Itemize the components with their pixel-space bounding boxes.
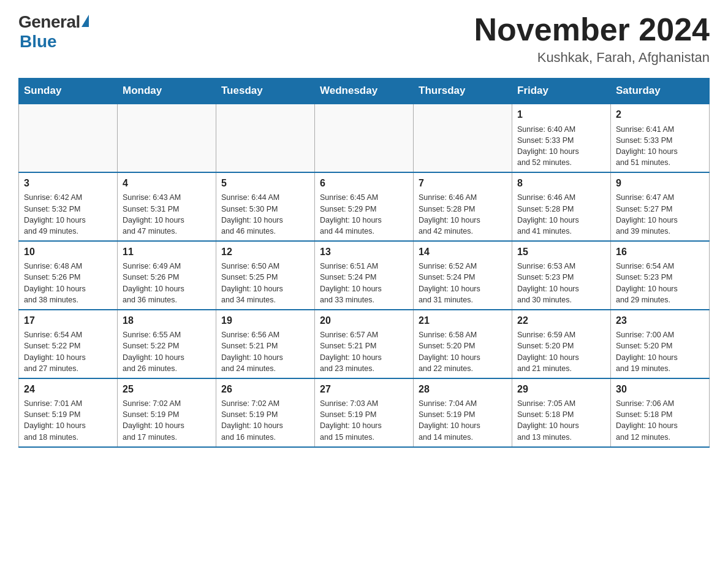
- calendar-cell: 25Sunrise: 7:02 AM Sunset: 5:19 PM Dayli…: [118, 378, 216, 447]
- day-info: Sunrise: 6:50 AM Sunset: 5:25 PM Dayligh…: [221, 261, 309, 305]
- calendar-cell: 17Sunrise: 6:54 AM Sunset: 5:22 PM Dayli…: [19, 310, 118, 378]
- calendar-header-thursday: Thursday: [414, 79, 512, 104]
- calendar-cell: 4Sunrise: 6:43 AM Sunset: 5:31 PM Daylig…: [118, 172, 216, 241]
- calendar-header-friday: Friday: [512, 79, 611, 104]
- month-title: November 2024: [474, 12, 710, 47]
- calendar-header-saturday: Saturday: [611, 79, 710, 104]
- calendar-header-monday: Monday: [118, 79, 216, 104]
- day-number: 2: [616, 108, 704, 121]
- day-number: 26: [221, 383, 309, 396]
- calendar-cell: 9Sunrise: 6:47 AM Sunset: 5:27 PM Daylig…: [611, 172, 710, 241]
- day-number: 16: [616, 245, 704, 259]
- day-info: Sunrise: 7:00 AM Sunset: 5:20 PM Dayligh…: [616, 329, 704, 374]
- calendar-header-tuesday: Tuesday: [216, 79, 315, 104]
- calendar-header-row: SundayMondayTuesdayWednesdayThursdayFrid…: [19, 79, 710, 104]
- logo: General Blue: [18, 12, 89, 52]
- day-number: 8: [517, 177, 605, 190]
- calendar-cell: 24Sunrise: 7:01 AM Sunset: 5:19 PM Dayli…: [19, 378, 118, 447]
- calendar: SundayMondayTuesdayWednesdayThursdayFrid…: [18, 78, 710, 447]
- day-number: 23: [616, 314, 704, 327]
- day-number: 1: [517, 108, 605, 121]
- calendar-cell: 30Sunrise: 7:06 AM Sunset: 5:18 PM Dayli…: [611, 378, 710, 447]
- calendar-cell: 22Sunrise: 6:59 AM Sunset: 5:20 PM Dayli…: [512, 310, 611, 378]
- calendar-cell: 5Sunrise: 6:44 AM Sunset: 5:30 PM Daylig…: [216, 172, 315, 241]
- calendar-cell: 10Sunrise: 6:48 AM Sunset: 5:26 PM Dayli…: [19, 241, 118, 310]
- header: General Blue November 2024 Kushkak, Fara…: [18, 12, 710, 66]
- logo-triangle-icon: [82, 15, 89, 27]
- day-number: 18: [123, 314, 211, 327]
- day-number: 5: [221, 177, 309, 190]
- day-info: Sunrise: 6:54 AM Sunset: 5:22 PM Dayligh…: [24, 329, 112, 374]
- calendar-cell: [19, 104, 118, 172]
- day-info: Sunrise: 7:06 AM Sunset: 5:18 PM Dayligh…: [616, 398, 704, 443]
- calendar-header-sunday: Sunday: [19, 79, 118, 104]
- day-number: 4: [123, 177, 211, 190]
- day-number: 21: [419, 314, 507, 327]
- logo-blue-text: Blue: [20, 32, 57, 52]
- calendar-cell: 8Sunrise: 6:46 AM Sunset: 5:28 PM Daylig…: [512, 172, 611, 241]
- day-number: 25: [123, 383, 211, 396]
- day-info: Sunrise: 6:46 AM Sunset: 5:28 PM Dayligh…: [419, 192, 507, 237]
- day-info: Sunrise: 7:04 AM Sunset: 5:19 PM Dayligh…: [419, 398, 507, 443]
- day-number: 9: [616, 177, 704, 190]
- day-info: Sunrise: 6:48 AM Sunset: 5:26 PM Dayligh…: [24, 261, 112, 305]
- day-info: Sunrise: 6:49 AM Sunset: 5:26 PM Dayligh…: [123, 261, 211, 305]
- calendar-cell: 12Sunrise: 6:50 AM Sunset: 5:25 PM Dayli…: [216, 241, 315, 310]
- day-info: Sunrise: 6:51 AM Sunset: 5:24 PM Dayligh…: [320, 261, 408, 305]
- day-info: Sunrise: 6:45 AM Sunset: 5:29 PM Dayligh…: [320, 192, 408, 237]
- calendar-cell: 26Sunrise: 7:02 AM Sunset: 5:19 PM Dayli…: [216, 378, 315, 447]
- day-info: Sunrise: 6:57 AM Sunset: 5:21 PM Dayligh…: [320, 329, 408, 374]
- day-info: Sunrise: 6:53 AM Sunset: 5:23 PM Dayligh…: [517, 261, 605, 305]
- calendar-cell: 15Sunrise: 6:53 AM Sunset: 5:23 PM Dayli…: [512, 241, 611, 310]
- day-info: Sunrise: 7:05 AM Sunset: 5:18 PM Dayligh…: [517, 398, 605, 443]
- day-info: Sunrise: 6:46 AM Sunset: 5:28 PM Dayligh…: [517, 192, 605, 237]
- day-number: 22: [517, 314, 605, 327]
- calendar-cell: 20Sunrise: 6:57 AM Sunset: 5:21 PM Dayli…: [315, 310, 414, 378]
- calendar-header-wednesday: Wednesday: [315, 79, 414, 104]
- calendar-cell: 16Sunrise: 6:54 AM Sunset: 5:23 PM Dayli…: [611, 241, 710, 310]
- day-info: Sunrise: 7:02 AM Sunset: 5:19 PM Dayligh…: [221, 398, 309, 443]
- calendar-week-row-3: 10Sunrise: 6:48 AM Sunset: 5:26 PM Dayli…: [19, 241, 710, 310]
- calendar-cell: 13Sunrise: 6:51 AM Sunset: 5:24 PM Dayli…: [315, 241, 414, 310]
- day-info: Sunrise: 6:41 AM Sunset: 5:33 PM Dayligh…: [616, 124, 704, 169]
- calendar-cell: [118, 104, 216, 172]
- calendar-cell: 3Sunrise: 6:42 AM Sunset: 5:32 PM Daylig…: [19, 172, 118, 241]
- day-info: Sunrise: 6:58 AM Sunset: 5:20 PM Dayligh…: [419, 329, 507, 374]
- day-number: 29: [517, 383, 605, 396]
- day-info: Sunrise: 6:55 AM Sunset: 5:22 PM Dayligh…: [123, 329, 211, 374]
- day-info: Sunrise: 7:01 AM Sunset: 5:19 PM Dayligh…: [24, 398, 112, 443]
- calendar-cell: [216, 104, 315, 172]
- calendar-cell: 7Sunrise: 6:46 AM Sunset: 5:28 PM Daylig…: [414, 172, 512, 241]
- day-number: 28: [419, 383, 507, 396]
- day-info: Sunrise: 6:56 AM Sunset: 5:21 PM Dayligh…: [221, 329, 309, 374]
- day-number: 14: [419, 245, 507, 259]
- calendar-cell: 19Sunrise: 6:56 AM Sunset: 5:21 PM Dayli…: [216, 310, 315, 378]
- calendar-week-row-4: 17Sunrise: 6:54 AM Sunset: 5:22 PM Dayli…: [19, 310, 710, 378]
- day-info: Sunrise: 6:47 AM Sunset: 5:27 PM Dayligh…: [616, 192, 704, 237]
- day-info: Sunrise: 6:52 AM Sunset: 5:24 PM Dayligh…: [419, 261, 507, 305]
- day-info: Sunrise: 6:44 AM Sunset: 5:30 PM Dayligh…: [221, 192, 309, 237]
- logo-general-text: General: [18, 12, 80, 32]
- calendar-cell: 27Sunrise: 7:03 AM Sunset: 5:19 PM Dayli…: [315, 378, 414, 447]
- day-number: 11: [123, 245, 211, 259]
- day-info: Sunrise: 7:03 AM Sunset: 5:19 PM Dayligh…: [320, 398, 408, 443]
- calendar-cell: [414, 104, 512, 172]
- calendar-cell: 11Sunrise: 6:49 AM Sunset: 5:26 PM Dayli…: [118, 241, 216, 310]
- calendar-week-row-1: 1Sunrise: 6:40 AM Sunset: 5:33 PM Daylig…: [19, 104, 710, 172]
- calendar-cell: 6Sunrise: 6:45 AM Sunset: 5:29 PM Daylig…: [315, 172, 414, 241]
- calendar-cell: 23Sunrise: 7:00 AM Sunset: 5:20 PM Dayli…: [611, 310, 710, 378]
- calendar-cell: 1Sunrise: 6:40 AM Sunset: 5:33 PM Daylig…: [512, 104, 611, 172]
- title-area: November 2024 Kushkak, Farah, Afghanista…: [474, 12, 710, 66]
- calendar-cell: [315, 104, 414, 172]
- day-number: 17: [24, 314, 112, 327]
- day-number: 10: [24, 245, 112, 259]
- day-info: Sunrise: 6:40 AM Sunset: 5:33 PM Dayligh…: [517, 124, 605, 169]
- day-number: 7: [419, 177, 507, 190]
- calendar-cell: 21Sunrise: 6:58 AM Sunset: 5:20 PM Dayli…: [414, 310, 512, 378]
- day-number: 13: [320, 245, 408, 259]
- day-info: Sunrise: 6:42 AM Sunset: 5:32 PM Dayligh…: [24, 192, 112, 237]
- calendar-week-row-5: 24Sunrise: 7:01 AM Sunset: 5:19 PM Dayli…: [19, 378, 710, 447]
- location-title: Kushkak, Farah, Afghanistan: [474, 50, 710, 66]
- calendar-cell: 29Sunrise: 7:05 AM Sunset: 5:18 PM Dayli…: [512, 378, 611, 447]
- day-number: 27: [320, 383, 408, 396]
